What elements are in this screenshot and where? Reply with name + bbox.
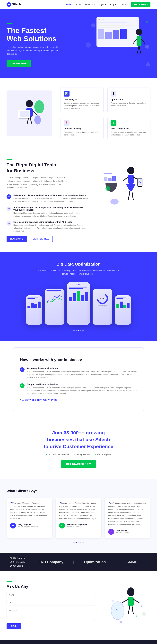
svg-rect-50	[104, 177, 108, 181]
testimonials-title: What Clients Say:	[6, 489, 150, 493]
tool-item-2: 02 Advanced catalog of top analytics and…	[6, 206, 88, 218]
phone-mock-4: 64% of annual goal	[92, 289, 112, 325]
nav-blog[interactable]: Blog ▾	[110, 3, 116, 6]
tools-right-illustration	[98, 159, 150, 215]
svg-rect-10	[105, 32, 112, 39]
tools-left-content: The Right Digital Tools for Business Cur…	[6, 159, 88, 242]
nav-services[interactable]: Services ▾	[85, 3, 95, 6]
chevron-down-icon: ▾	[94, 3, 95, 6]
svg-rect-14	[136, 36, 142, 46]
marquee-item-3: SMMH	[126, 560, 138, 564]
svg-line-39	[132, 192, 133, 200]
dot-1[interactable]	[73, 330, 74, 331]
faq-email-input[interactable]	[6, 600, 95, 606]
t-dot-3[interactable]	[78, 542, 79, 543]
logo-text: Sitech	[12, 3, 21, 6]
dot-3[interactable]	[78, 330, 79, 331]
phones-showcase: Stats 64%	[6, 282, 150, 325]
navbar: Sitech Home About Services ▾ Pages ▾ Blo…	[0, 0, 157, 9]
free-trial-button[interactable]: GET FREE TRIAL	[29, 236, 53, 242]
dot-2[interactable]	[76, 330, 77, 331]
t-dot-2[interactable]	[76, 542, 77, 543]
check-icon: ✓	[95, 453, 96, 456]
svg-rect-8	[98, 27, 124, 28]
faq-title: Ask Us Any	[6, 584, 95, 589]
dot-5[interactable]	[82, 330, 84, 331]
tool-item-1: 01 Detects your platform and makes insta…	[6, 194, 88, 203]
nav-pages[interactable]: Pages ▾	[98, 3, 106, 6]
feature-desc: Quisque ut posuere magnis. Nam consequat…	[64, 102, 100, 110]
svg-line-17	[138, 46, 139, 53]
faq-right-illustration: ? ? ?	[105, 581, 150, 630]
svg-text:64%: 64%	[100, 298, 104, 300]
faq-submit-button[interactable]: SEND	[6, 624, 21, 629]
arrow-icon: →	[6, 564, 9, 568]
nav-cta-button[interactable]: GET A DEMO	[131, 2, 150, 7]
phone-screen	[115, 295, 131, 325]
nav-contact[interactable]: Contact	[120, 3, 128, 6]
learn-more-button[interactable]: LEARN MORE	[6, 236, 27, 242]
nav-home[interactable]: Home	[66, 3, 72, 6]
tool-number: 02	[6, 206, 11, 211]
step-desc: Donec elementum ligula a arcu vulputate,…	[27, 370, 137, 379]
hero-cta-button[interactable]: TRY FOR FREE	[6, 60, 31, 67]
check-icon: ✓	[46, 453, 48, 456]
features-illustration-container	[6, 90, 52, 136]
join-section: Join 68,000++ growingbusinesses that use…	[0, 418, 157, 479]
testimonial-avatar: E Eliza Warren Accumsan Loreet	[108, 529, 147, 535]
faq-accent-line	[6, 581, 12, 582]
faq-name-input[interactable]	[6, 592, 95, 598]
feature-desc: Proin volutpat ligula id dapibus gravida…	[110, 102, 147, 107]
get-started-button[interactable]: GET STARTED NOW	[61, 460, 96, 468]
faq-left-content: Ask Us Any SEND	[6, 581, 95, 629]
nav-about[interactable]: About	[76, 3, 81, 6]
phone-mock-3: Stats	[67, 282, 90, 325]
svg-point-22	[86, 42, 91, 48]
t-dot-5[interactable]	[82, 542, 84, 543]
step-title: Support and Promote Services	[27, 383, 137, 386]
svg-point-68	[120, 621, 122, 623]
tool-number: 03	[6, 221, 11, 226]
data-analysis-icon: 📊	[64, 91, 70, 96]
site-logo[interactable]: Sitech	[6, 2, 21, 7]
svg-rect-32	[20, 112, 27, 112]
avatar-name: Kenneth D. Engstrom	[67, 524, 87, 526]
svg-rect-57	[128, 597, 134, 606]
feature-title: Data Analysis	[64, 98, 100, 100]
t-dot-1[interactable]	[73, 542, 74, 543]
feature-card-tracking: 📍 Content Tracking Proin volutpat ligula…	[60, 117, 104, 140]
phone-mock-5	[115, 295, 131, 325]
phone-screen	[45, 289, 64, 325]
feature-title: Risk Management	[110, 128, 147, 130]
join-check-1: ✓ No credit card required	[46, 453, 69, 456]
feature-desc: Proin volutpat ligula id dapibus gravida…	[64, 131, 100, 136]
svg-point-2	[98, 19, 100, 20]
t-dot-4[interactable]	[80, 542, 82, 543]
arrow-icon: →	[6, 557, 9, 560]
join-check-2: ✓ 14-day free trial	[74, 453, 90, 456]
faq-form: SEND	[6, 592, 95, 629]
svg-point-46	[110, 199, 118, 204]
all-services-button[interactable]: ALL SERVICES THAT WE PROVIDE →	[20, 399, 60, 401]
svg-rect-12	[120, 29, 127, 39]
how-it-works-title: How it works with your business:	[20, 358, 137, 362]
svg-point-20	[146, 21, 148, 24]
testimonial-avatar: K Kenneth D. Engstrom Accumsan Loreet	[59, 522, 98, 528]
svg-rect-9	[98, 29, 104, 39]
svg-line-40	[124, 177, 128, 180]
faq-message-input[interactable]	[6, 608, 95, 621]
stats-item-2: → 700+ Investors,	[6, 560, 25, 564]
phone-screen: 64% of annual goal	[92, 289, 112, 325]
tool-item-content: Detects your platform and makes installa…	[14, 194, 88, 203]
phone-screen: Stats	[67, 282, 90, 325]
tools-illustration	[98, 159, 150, 215]
big-data-description: Nulla sed est as amet Ullamco volutpat e…	[38, 269, 120, 276]
stats-item-1: → 1000+ Partners,	[6, 557, 25, 560]
tool-item-content: Advanced catalog of top analytics and ma…	[14, 206, 88, 218]
hero-svg	[84, 12, 152, 74]
svg-point-67	[142, 612, 146, 616]
marquee-separator: |	[73, 560, 74, 564]
hero-illustration	[84, 12, 152, 74]
dot-4[interactable]	[80, 330, 82, 331]
testimonials-section: What Clients Say: Nulla eu tincidunt pur…	[0, 479, 157, 553]
